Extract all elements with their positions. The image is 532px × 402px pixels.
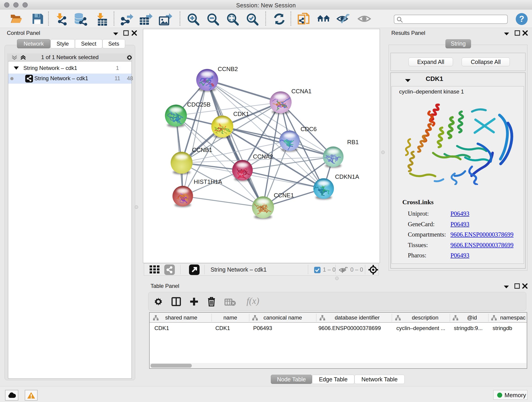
svg-text:CCNB1: CCNB1 [192,147,212,153]
svg-text:HIST1H1A: HIST1H1A [194,179,222,185]
svg-text:CDC25B: CDC25B [187,101,210,108]
svg-text:CDK1: CDK1 [233,111,249,117]
svg-text:CCNA1: CCNA1 [291,88,312,95]
svg-text:CCNA2: CCNA2 [253,153,273,160]
svg-text:CDC6: CDC6 [301,126,317,132]
svg-text:CCNE1: CCNE1 [274,192,294,198]
svg-text:CCNB2: CCNB2 [218,66,238,72]
svg-text:CDKN1A: CDKN1A [335,173,359,180]
svg-text:?: ? [519,14,524,24]
svg-text:RB1: RB1 [347,139,359,145]
